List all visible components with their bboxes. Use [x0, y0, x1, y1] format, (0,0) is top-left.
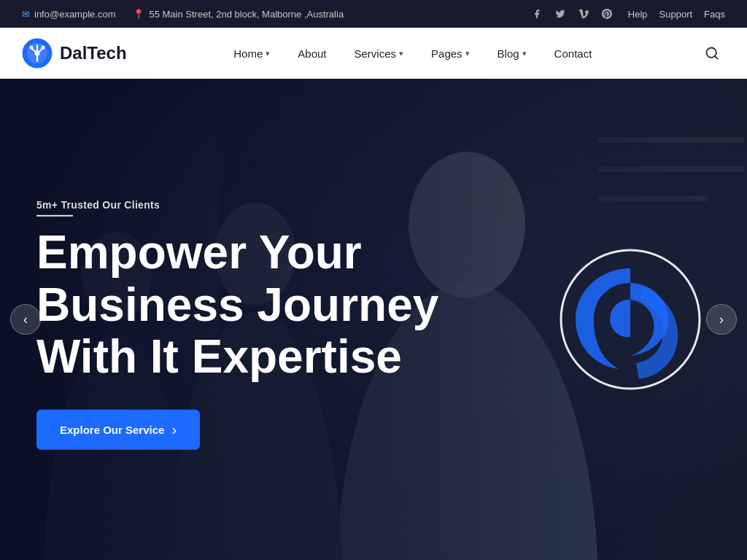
social-icons — [530, 7, 614, 20]
top-bar-left: ✉ info@example.com 📍 55 Main Street, 2nd… — [22, 9, 344, 20]
slider-next-button[interactable]: › — [706, 304, 737, 335]
svg-point-8 — [42, 46, 45, 50]
support-link[interactable]: Support — [659, 9, 693, 20]
navbar: DalTech Home ▾ About Services ▾ Pages ▾ … — [0, 28, 747, 79]
nav-pages-chevron: ▾ — [465, 49, 470, 58]
hero-deco-svg — [557, 246, 703, 392]
nav-home[interactable]: Home ▾ — [222, 42, 282, 66]
hero-decoration — [557, 246, 703, 392]
nav-about[interactable]: About — [286, 42, 338, 66]
logo-icon — [22, 38, 53, 69]
svg-line-10 — [715, 56, 718, 59]
location-icon: 📍 — [133, 9, 144, 20]
address-contact: 📍 55 Main Street, 2nd block, Malborne ,A… — [133, 9, 344, 20]
nav-services[interactable]: Services ▾ — [343, 42, 416, 66]
hero-section: 5m+ Trusted Our Clients Empower Your Bus… — [0, 79, 747, 560]
nav-contact-label: Contact — [554, 47, 592, 60]
nav-services-label: Services — [355, 47, 397, 60]
top-links: Help Support Faqs — [628, 9, 725, 20]
nav-pages[interactable]: Pages ▾ — [419, 42, 481, 66]
facebook-icon[interactable] — [530, 7, 543, 20]
svg-point-7 — [30, 46, 34, 50]
slider-prev-button[interactable]: ‹ — [10, 304, 41, 335]
nav-contact[interactable]: Contact — [543, 42, 604, 66]
nav-blog-chevron: ▾ — [522, 49, 527, 58]
nav-services-chevron: ▾ — [399, 49, 403, 58]
address-text: 55 Main Street, 2nd block, Malborne ,Aus… — [149, 9, 344, 20]
hero-content: 5m+ Trusted Our Clients Empower Your Bus… — [36, 199, 438, 450]
hero-tagline: 5m+ Trusted Our Clients — [36, 199, 438, 217]
nav-home-chevron: ▾ — [266, 49, 270, 58]
pinterest-icon[interactable] — [600, 7, 614, 20]
hero-title-line3: With It Expertise — [36, 330, 402, 383]
slider-next-icon: › — [719, 312, 724, 327]
logo[interactable]: DalTech — [22, 38, 127, 69]
explore-service-button[interactable]: Explore Our Service › — [36, 410, 200, 450]
email-contact: ✉ info@example.com — [22, 9, 115, 20]
slider-prev-icon: ‹ — [23, 312, 28, 327]
email-text: info@example.com — [34, 9, 115, 20]
explore-btn-label: Explore Our Service — [60, 424, 164, 436]
hero-title-line1: Empower Your — [36, 226, 362, 279]
twitter-icon[interactable] — [554, 7, 567, 20]
logo-text: DalTech — [60, 43, 127, 63]
top-bar-right: Help Support Faqs — [530, 7, 725, 20]
nav-about-label: About — [298, 47, 326, 60]
explore-btn-arrow: › — [171, 421, 177, 438]
hero-title: Empower Your Business Journey With It Ex… — [36, 227, 438, 384]
nav-pages-label: Pages — [431, 47, 462, 60]
nav-menu: Home ▾ About Services ▾ Pages ▾ Blog ▾ C… — [127, 42, 699, 66]
search-icon — [705, 46, 719, 61]
nav-blog[interactable]: Blog ▾ — [486, 42, 538, 66]
faqs-link[interactable]: Faqs — [704, 9, 725, 20]
hero-title-line2: Business Journey — [36, 279, 438, 331]
vimeo-icon[interactable] — [577, 7, 590, 20]
email-icon: ✉ — [22, 9, 30, 20]
search-button[interactable] — [699, 40, 725, 66]
help-link[interactable]: Help — [628, 9, 648, 20]
nav-blog-label: Blog — [498, 47, 519, 60]
nav-home-label: Home — [233, 47, 263, 60]
top-bar: ✉ info@example.com 📍 55 Main Street, 2nd… — [0, 0, 747, 28]
